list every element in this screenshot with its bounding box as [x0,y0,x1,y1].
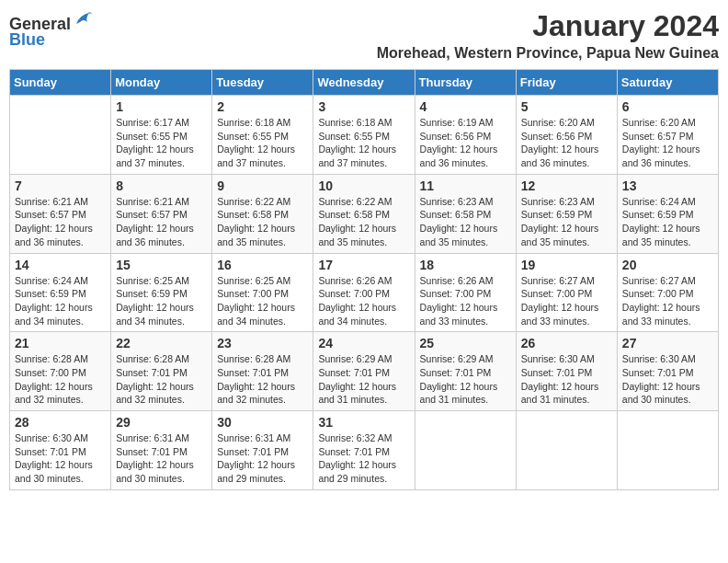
sunrise-text: Sunrise: 6:30 AM [15,432,88,443]
daylight-text: Daylight: 12 hours and 37 minutes. [116,144,194,168]
sunrise-text: Sunrise: 6:20 AM [521,117,595,128]
day-info: Sunrise: 6:19 AM Sunset: 6:56 PM Dayligh… [420,116,511,170]
table-row: 9 Sunrise: 6:22 AM Sunset: 6:58 PM Dayli… [212,174,313,253]
daylight-text: Daylight: 12 hours and 36 minutes. [622,144,700,168]
sunrise-text: Sunrise: 6:19 AM [420,117,494,128]
day-info: Sunrise: 6:27 AM Sunset: 7:00 PM Dayligh… [521,274,612,328]
table-row: 7 Sunrise: 6:21 AM Sunset: 6:57 PM Dayli… [10,174,111,253]
table-row: 12 Sunrise: 6:23 AM Sunset: 6:59 PM Dayl… [516,174,617,253]
table-row: 30 Sunrise: 6:31 AM Sunset: 7:01 PM Dayl… [212,411,313,490]
calendar-header-row: Sunday Monday Tuesday Wednesday Thursday… [10,70,719,96]
sunrise-text: Sunrise: 6:21 AM [116,196,189,207]
day-info: Sunrise: 6:23 AM Sunset: 6:58 PM Dayligh… [420,195,511,249]
sunset-text: Sunset: 7:01 PM [420,367,492,378]
day-number: 10 [318,178,409,193]
table-row: 26 Sunrise: 6:30 AM Sunset: 7:01 PM Dayl… [516,332,617,411]
calendar-week-row: 14 Sunrise: 6:24 AM Sunset: 6:59 PM Dayl… [10,253,719,332]
day-info: Sunrise: 6:18 AM Sunset: 6:55 PM Dayligh… [217,116,308,170]
daylight-text: Daylight: 12 hours and 34 minutes. [15,302,93,327]
daylight-text: Daylight: 12 hours and 30 minutes. [622,381,700,406]
day-number: 7 [15,178,106,193]
day-number: 5 [521,99,612,114]
sunrise-text: Sunrise: 6:30 AM [622,353,696,364]
sunrise-text: Sunrise: 6:21 AM [15,196,88,207]
table-row [10,96,111,175]
day-info: Sunrise: 6:25 AM Sunset: 6:59 PM Dayligh… [116,274,207,328]
sunrise-text: Sunrise: 6:27 AM [622,275,696,286]
table-row: 23 Sunrise: 6:28 AM Sunset: 7:01 PM Dayl… [212,332,313,411]
sunset-text: Sunset: 7:00 PM [420,288,492,299]
table-row: 18 Sunrise: 6:26 AM Sunset: 7:00 PM Dayl… [415,253,516,332]
sunset-text: Sunset: 6:57 PM [116,209,188,220]
day-info: Sunrise: 6:28 AM Sunset: 7:01 PM Dayligh… [116,352,207,407]
sunrise-text: Sunrise: 6:20 AM [622,117,696,128]
main-title: January 2024 [377,9,719,43]
day-info: Sunrise: 6:21 AM Sunset: 6:57 PM Dayligh… [116,195,207,249]
day-number: 11 [420,178,511,193]
sunset-text: Sunset: 6:59 PM [622,209,694,220]
table-row: 17 Sunrise: 6:26 AM Sunset: 7:00 PM Dayl… [313,253,415,332]
sunset-text: Sunset: 7:00 PM [217,288,289,299]
sunset-text: Sunset: 7:01 PM [318,446,390,457]
daylight-text: Daylight: 12 hours and 30 minutes. [116,459,194,484]
daylight-text: Daylight: 12 hours and 35 minutes. [420,223,498,247]
day-number: 26 [521,336,612,350]
table-row: 6 Sunrise: 6:20 AM Sunset: 6:57 PM Dayli… [617,96,718,175]
daylight-text: Daylight: 12 hours and 34 minutes. [116,302,194,327]
daylight-text: Daylight: 12 hours and 32 minutes. [116,381,194,406]
table-row: 13 Sunrise: 6:24 AM Sunset: 6:59 PM Dayl… [617,174,718,253]
daylight-text: Daylight: 12 hours and 37 minutes. [318,144,396,168]
sunrise-text: Sunrise: 6:24 AM [15,275,88,286]
col-friday: Friday [516,70,617,96]
daylight-text: Daylight: 12 hours and 30 minutes. [15,459,93,484]
sunrise-text: Sunrise: 6:32 AM [318,432,392,443]
day-number: 27 [622,336,713,350]
calendar-week-row: 1 Sunrise: 6:17 AM Sunset: 6:55 PM Dayli… [10,96,719,175]
daylight-text: Daylight: 12 hours and 33 minutes. [521,302,599,327]
daylight-text: Daylight: 12 hours and 31 minutes. [318,381,396,406]
daylight-text: Daylight: 12 hours and 36 minutes. [15,223,93,247]
day-info: Sunrise: 6:17 AM Sunset: 6:55 PM Dayligh… [116,116,207,170]
table-row: 20 Sunrise: 6:27 AM Sunset: 7:00 PM Dayl… [617,253,718,332]
sunset-text: Sunset: 6:57 PM [622,131,694,142]
sunrise-text: Sunrise: 6:28 AM [116,353,189,364]
day-number: 1 [116,99,207,114]
sunrise-text: Sunrise: 6:23 AM [521,196,595,207]
day-info: Sunrise: 6:29 AM Sunset: 7:01 PM Dayligh… [318,352,409,407]
subtitle: Morehead, Western Province, Papua New Gu… [377,45,719,62]
sunrise-text: Sunrise: 6:30 AM [521,353,595,364]
col-wednesday: Wednesday [313,70,415,96]
sunrise-text: Sunrise: 6:31 AM [217,432,290,443]
sunset-text: Sunset: 6:55 PM [318,131,390,142]
day-number: 23 [217,336,308,350]
daylight-text: Daylight: 12 hours and 29 minutes. [217,459,295,484]
logo-blue-text: Blue [9,30,45,50]
day-info: Sunrise: 6:24 AM Sunset: 6:59 PM Dayligh… [622,195,713,249]
sunset-text: Sunset: 6:59 PM [15,288,86,299]
day-info: Sunrise: 6:21 AM Sunset: 6:57 PM Dayligh… [15,195,106,249]
sunset-text: Sunset: 7:01 PM [116,446,188,457]
table-row: 1 Sunrise: 6:17 AM Sunset: 6:55 PM Dayli… [111,96,212,175]
table-row: 22 Sunrise: 6:28 AM Sunset: 7:01 PM Dayl… [111,332,212,411]
table-row [617,411,718,490]
day-info: Sunrise: 6:30 AM Sunset: 7:01 PM Dayligh… [15,431,106,486]
day-info: Sunrise: 6:22 AM Sunset: 6:58 PM Dayligh… [318,195,409,249]
table-row: 5 Sunrise: 6:20 AM Sunset: 6:56 PM Dayli… [516,96,617,175]
table-row: 2 Sunrise: 6:18 AM Sunset: 6:55 PM Dayli… [212,96,313,175]
daylight-text: Daylight: 12 hours and 35 minutes. [217,223,295,247]
sunset-text: Sunset: 7:01 PM [217,367,289,378]
table-row: 29 Sunrise: 6:31 AM Sunset: 7:01 PM Dayl… [111,411,212,490]
table-row: 4 Sunrise: 6:19 AM Sunset: 6:56 PM Dayli… [415,96,516,175]
daylight-text: Daylight: 12 hours and 35 minutes. [318,223,396,247]
day-number: 28 [15,415,106,430]
sunrise-text: Sunrise: 6:24 AM [622,196,696,207]
day-info: Sunrise: 6:20 AM Sunset: 6:56 PM Dayligh… [521,116,612,170]
day-info: Sunrise: 6:28 AM Sunset: 7:01 PM Dayligh… [217,352,308,407]
table-row: 31 Sunrise: 6:32 AM Sunset: 7:01 PM Dayl… [313,411,415,490]
table-row [516,411,617,490]
sunset-text: Sunset: 7:01 PM [15,446,86,457]
sunrise-text: Sunrise: 6:28 AM [217,353,290,364]
table-row: 27 Sunrise: 6:30 AM Sunset: 7:01 PM Dayl… [617,332,718,411]
sunrise-text: Sunrise: 6:18 AM [217,117,290,128]
day-number: 19 [521,258,612,272]
